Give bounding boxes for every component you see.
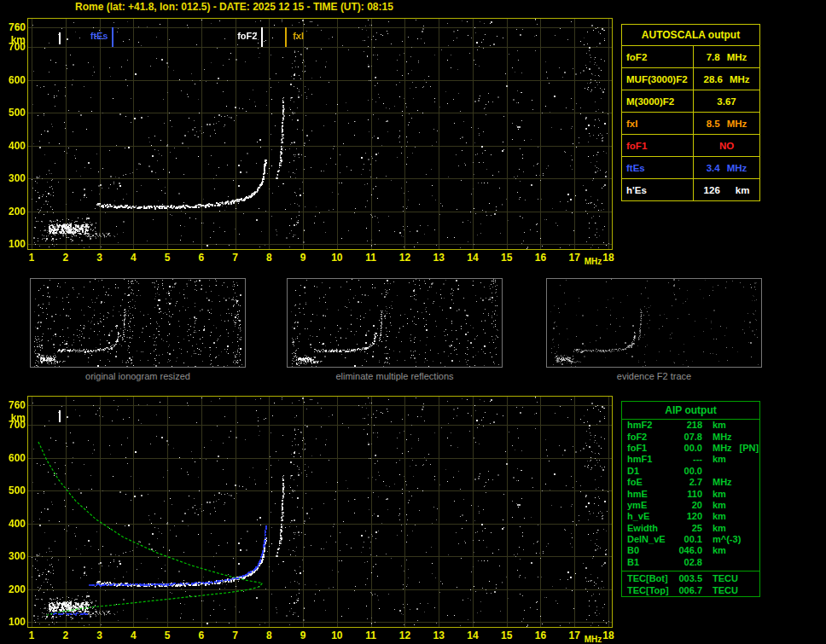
aip-param-label: h_vE — [627, 511, 672, 522]
x-tick-label: 1 — [20, 630, 44, 641]
x-axis-unit-label: MHz — [574, 635, 612, 644]
autoscala-row: h'Es126km — [622, 178, 759, 200]
thumbnail-caption-original: original ionogram resized — [30, 371, 246, 381]
aip-value-unit: km — [713, 489, 726, 500]
thumbnail-canvas-evidence — [547, 279, 761, 367]
thumbnail-canvas-original — [31, 279, 245, 367]
thumbnail-original-ionogram — [30, 278, 246, 368]
aip-param-label: B0 — [627, 545, 672, 556]
x-tick-label: 15 — [495, 630, 519, 641]
thumbnail-canvas-eliminate — [288, 279, 502, 367]
x-tick-label: 3 — [88, 252, 112, 263]
aip-param-label: hmF1 — [627, 454, 672, 465]
y-tick-label: 760 — [2, 22, 26, 32]
thumbnail-caption-eliminate: eliminate multiple reflections — [287, 371, 503, 381]
x-tick-label: 6 — [189, 630, 213, 641]
aip-value-text: --- — [672, 454, 702, 465]
y-tick-label: 100 — [2, 239, 26, 249]
autoscala-value-cell: 7.8MHz — [694, 46, 759, 67]
aip-row: foF207.8MHz — [622, 431, 759, 442]
x-tick-label: 16 — [528, 252, 552, 263]
autoscala-value-cell: 8.5MHz — [694, 113, 759, 134]
autoscala-row: MUF(3000)F228.6MHz — [622, 67, 759, 90]
x-tick-label: 9 — [291, 630, 315, 641]
x-tick-label: 16 — [528, 630, 552, 641]
aip-row: TEC[Bot]003.5TECU — [622, 573, 759, 584]
autoscala-row: foF1NO — [622, 134, 759, 156]
autoscala-value-unit: MHz — [730, 74, 750, 84]
x-tick-label: 14 — [461, 252, 485, 263]
y-tick-label: 500 — [2, 107, 26, 118]
x-tick-label: 9 — [291, 252, 315, 263]
aip-value-text: 120 — [672, 511, 702, 522]
x-tick-label: 12 — [393, 252, 416, 263]
aip-param-label: hmE — [627, 489, 672, 500]
aip-value-unit: TECU — [713, 573, 738, 584]
autoscala-param-label: MUF(3000)F2 — [622, 68, 694, 90]
aip-value-unit: MHz — [713, 443, 732, 454]
marker-label-fxi: fxI — [293, 32, 304, 41]
x-tick-label: 8 — [257, 252, 281, 263]
aip-row: B0046.0km — [622, 545, 759, 556]
autoscala-value-cell: NO — [694, 135, 759, 156]
autoscala-value-unit: MHz — [727, 52, 747, 62]
x-tick-label: 6 — [189, 252, 213, 263]
aip-value-text: 2.7 — [672, 477, 702, 488]
aip-param-label: foF2 — [627, 432, 672, 443]
x-tick-label: 7 — [224, 252, 247, 263]
aip-param-label: ymE — [627, 500, 672, 511]
aip-value-text: 20 — [672, 500, 702, 511]
autoscala-param-label: h'Es — [622, 179, 694, 200]
aip-value-unit: km — [713, 523, 726, 534]
autoscala-value-cell: 28.6MHz — [694, 68, 759, 90]
aip-row: hmE110km — [622, 488, 759, 499]
autoscala-output-table: AUTOSCALA output foF27.8MHzMUF(3000)F228… — [621, 24, 760, 201]
aip-row: foF100.0MHz[PN] — [622, 443, 759, 454]
aip-value-text: 110 — [672, 489, 702, 500]
x-tick-label: 3 — [88, 630, 112, 641]
aip-value-extra: [PN] — [740, 443, 759, 454]
autoscala-value-unit: MHz — [727, 163, 747, 173]
autoscala-table-rows: foF27.8MHzMUF(3000)F228.6MHzM(3000)F23.6… — [622, 45, 759, 200]
x-tick-label: 11 — [359, 630, 383, 641]
y-tick-label: 400 — [2, 141, 26, 151]
aip-value-text: 003.5 — [672, 573, 702, 584]
x-tick-label: 14 — [461, 630, 485, 641]
x-tick-label: 4 — [121, 252, 145, 263]
aip-param-label: TEC[Top] — [627, 585, 672, 596]
y-tick-label: 200 — [2, 206, 26, 217]
autoscala-param-label: foF1 — [622, 135, 694, 156]
aip-value-unit: TECU — [713, 585, 738, 596]
autoscala-row: ftEs3.4MHz — [622, 156, 759, 178]
x-tick-label: 10 — [325, 252, 349, 263]
x-tick-label: 13 — [427, 630, 451, 641]
aip-row: hmF2218km — [622, 420, 759, 431]
autoscala-value-unit: km — [736, 185, 750, 195]
thumbnail-evidence-f2-trace — [546, 278, 762, 368]
aip-table-rows: hmF2218kmfoF207.8MHzfoF100.0MHz[PN]hmF1-… — [622, 420, 759, 568]
y-tick-label: 300 — [2, 551, 26, 561]
aip-param-label: DelN_vE — [627, 534, 672, 545]
autoscala-param-label: fxI — [622, 113, 694, 134]
aip-value-unit: km — [713, 500, 726, 511]
y-tick-label: 600 — [2, 453, 26, 463]
thumbnail-eliminate-reflections — [287, 278, 503, 368]
aip-param-label: hmF2 — [627, 420, 672, 431]
aip-row: Ewidth25km — [622, 523, 759, 534]
autoscala-row: fxI8.5MHz — [622, 112, 759, 134]
aip-value-unit: MHz — [713, 477, 732, 488]
aip-table-separator — [622, 571, 759, 571]
aip-param-label: foE — [627, 477, 672, 488]
aip-row: DelN_vE00.1m^(-3) — [622, 534, 759, 545]
aip-value-text: 00.0 — [672, 443, 702, 454]
ionogram-plot-with-profile — [27, 396, 613, 628]
aip-value-unit: m^(-3) — [713, 534, 741, 545]
x-tick-label: 13 — [427, 252, 451, 263]
x-tick-label: 5 — [155, 252, 179, 263]
autoscala-value-text: 3.67 — [717, 96, 736, 107]
aip-value-text: 046.0 — [672, 545, 702, 556]
autoscala-value-cell: 3.67 — [694, 90, 759, 112]
aip-value-text: 02.8 — [672, 557, 702, 568]
ionogram-plot-autoscaled — [27, 18, 613, 250]
aip-value-unit: km — [713, 420, 726, 431]
